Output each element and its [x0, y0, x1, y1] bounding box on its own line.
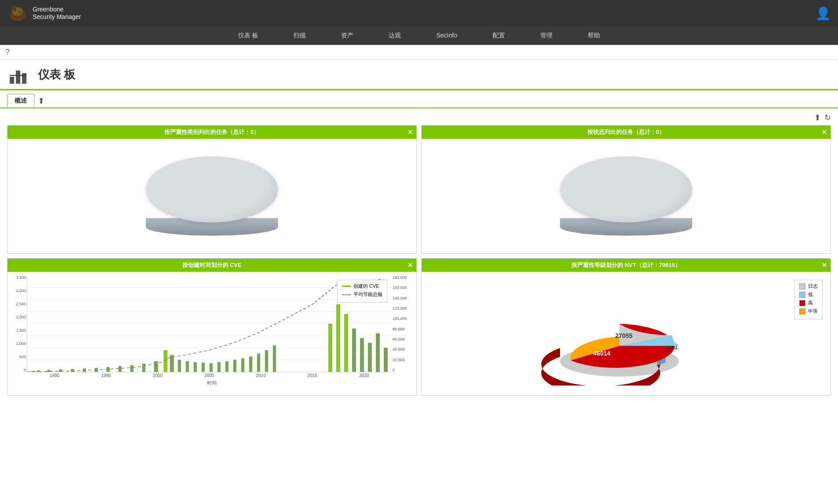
svg-rect-4 [14, 5, 16, 11]
svg-rect-32 [186, 361, 189, 372]
svg-rect-40 [249, 356, 252, 372]
disc-top-2 [560, 156, 692, 222]
page-title-area: 仪表 板 [0, 60, 838, 90]
tab-export-icon[interactable]: ⬆ [36, 94, 46, 107]
nvt-legend-low-label: 低 [808, 291, 813, 298]
nvt-legend-medium: 中等 [799, 308, 818, 315]
nvt-legend-log-color [799, 283, 805, 289]
panel-cve-close[interactable]: ✕ [408, 262, 413, 269]
svg-rect-28 [154, 361, 158, 372]
legend-dashed-label: 平均节能总额 [353, 291, 382, 298]
toolbar-right: ⬆ ↻ [7, 113, 831, 122]
nvt-chart-area: 27055 4761 46014 日志 低 [425, 275, 827, 390]
svg-rect-34 [202, 363, 205, 372]
dashboard-title-icon [9, 64, 31, 85]
panel-cve-title: 按创建时间划分的 CVE [182, 261, 241, 269]
panel-tasks-severity-close[interactable]: ✕ [408, 129, 413, 136]
panel-tasks-status-close[interactable]: ✕ [822, 129, 827, 136]
export-dashboard-button[interactable]: ⬆ [814, 113, 821, 122]
svg-rect-8 [22, 73, 26, 84]
svg-point-5 [18, 11, 23, 14]
svg-rect-38 [233, 360, 236, 372]
top-header: Greenbone Security Manager 👤 [0, 0, 838, 26]
svg-rect-41 [257, 353, 260, 372]
tasks-severity-chart [137, 156, 287, 236]
panel-cve: 按创建时间划分的 CVE ✕ 3,500 3,000 2,500 2,000 1… [7, 258, 417, 396]
nvt-legend-medium-label: 中等 [808, 308, 818, 315]
svg-rect-9 [10, 75, 26, 76]
panel-tasks-severity-header: 按严重性类别列出的任务（总计：0） ✕ [7, 126, 416, 139]
nav-config[interactable]: 配置 [475, 26, 523, 45]
refresh-dashboard-button[interactable]: ↻ [824, 113, 831, 122]
svg-text:27055: 27055 [616, 332, 633, 339]
tab-overview[interactable]: 概述 [7, 94, 34, 107]
y-right-axis: 180,000 160,000 140,000 120,000 100,000 … [392, 275, 413, 372]
cve-legend-solid: 创建的 CVE [342, 283, 382, 289]
panel-nvt-header: 按严重性等级划分的 NVT（总计：79615） ✕ [422, 259, 831, 272]
panel-tasks-severity: 按严重性类别列出的任务（总计：0） ✕ [7, 125, 417, 254]
panel-nvt-title: 按严重性等级划分的 NVT（总计：79615） [571, 261, 681, 269]
svg-rect-42 [265, 350, 268, 372]
greenbone-logo-icon [7, 3, 28, 24]
brand-subtitle: Security Manager [33, 13, 81, 21]
nvt-legend-low-color [799, 292, 805, 298]
cve-legend: 创建的 CVE 平均节能总额 [337, 280, 387, 303]
svg-rect-43 [273, 345, 276, 372]
tasks-status-chart [551, 156, 701, 236]
nav-secinfo[interactable]: SecInfo [419, 26, 475, 45]
nvt-legend-low: 低 [799, 291, 818, 298]
cve-svg-area: 创建的 CVE 平均节能总额 [27, 275, 392, 372]
user-icon[interactable]: 👤 [816, 6, 831, 21]
nav-dashboard[interactable]: 仪表 板 [220, 26, 276, 45]
panel-cve-body: 3,500 3,000 2,500 2,000 1,500 1,000 500 … [7, 272, 416, 395]
svg-rect-25 [119, 366, 122, 372]
svg-rect-51 [384, 348, 388, 372]
panel-nvt: 按严重性等级划分的 NVT（总计：79615） ✕ [421, 258, 831, 396]
panel-cve-header: 按创建时间划分的 CVE ✕ [7, 259, 416, 272]
nvt-legend-high-color [799, 300, 805, 306]
nav-scan[interactable]: 扫描 [276, 26, 323, 45]
svg-rect-30 [170, 355, 174, 372]
legend-solid-color [342, 285, 351, 287]
panel-tasks-severity-title: 按严重性类别列出的任务（总计：0） [164, 128, 259, 136]
panel-tasks-status: 按状态列出的任务（总计：0） ✕ [421, 125, 831, 254]
nav-overview[interactable]: 达观 [371, 26, 419, 45]
svg-rect-21 [71, 369, 74, 372]
cve-chart-wrapper: 3,500 3,000 2,500 2,000 1,500 1,000 500 … [11, 275, 413, 372]
logo-area: Greenbone Security Manager [7, 3, 81, 24]
svg-rect-35 [210, 363, 213, 372]
svg-rect-47 [352, 328, 356, 372]
svg-rect-39 [241, 358, 244, 372]
nvt-legend-medium-color [799, 308, 805, 315]
svg-rect-27 [142, 363, 145, 372]
panel-nvt-body: 27055 4761 46014 日志 低 [422, 272, 831, 395]
nvt-legend-log-label: 日志 [808, 283, 818, 289]
help-icon[interactable]: ? [5, 48, 10, 56]
nav-assets[interactable]: 资产 [323, 26, 371, 45]
legend-solid-label: 创建的 CVE [353, 283, 379, 289]
nav-help[interactable]: 帮助 [570, 26, 618, 45]
nvt-legend: 日志 低 高 中等 [794, 280, 823, 319]
cve-x-label: 时间 [11, 380, 413, 386]
svg-rect-49 [368, 343, 372, 372]
svg-rect-31 [178, 360, 181, 372]
top-panels-grid: 按严重性类别列出的任务（总计：0） ✕ 按状态列出的任务（总计：0） ✕ [7, 125, 831, 254]
nav-management[interactable]: 管理 [523, 26, 570, 45]
nav-bar: 仪表 板 扫描 资产 达观 SecInfo 配置 管理 帮助 [0, 26, 838, 45]
nvt-legend-high-label: 高 [808, 300, 813, 306]
nvt-svg: 27055 4761 46014 [534, 280, 719, 385]
panel-tasks-status-title: 按状态列出的任务（总计：0） [587, 128, 665, 136]
svg-rect-37 [225, 361, 228, 372]
panel-nvt-close[interactable]: ✕ [822, 262, 827, 269]
svg-rect-33 [194, 362, 197, 372]
cve-legend-dashed: 平均节能总额 [342, 291, 382, 298]
dashboard-area: ⬆ ↻ 按严重性类别列出的任务（总计：0） ✕ [0, 108, 838, 400]
brand-name: Greenbone [33, 6, 81, 13]
panel-tasks-severity-body [7, 139, 416, 253]
bottom-panels-grid: 按创建时间划分的 CVE ✕ 3,500 3,000 2,500 2,000 1… [7, 258, 831, 396]
svg-rect-44 [328, 324, 332, 372]
panel-tasks-status-header: 按状态列出的任务（总计：0） ✕ [422, 126, 831, 139]
tabs-area: 概述 ⬆ [0, 90, 838, 108]
svg-text:46014: 46014 [593, 350, 611, 357]
panel-tasks-status-body [422, 139, 831, 253]
